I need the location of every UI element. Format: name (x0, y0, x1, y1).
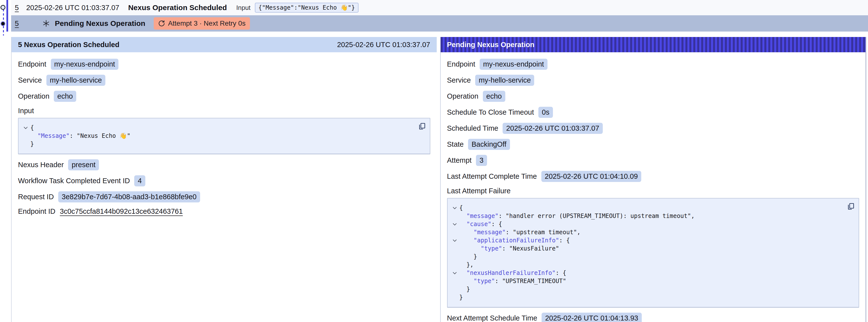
json-code-line: "cause": { (450, 220, 842, 228)
event-timestamp: 2025-02-26 UTC 01:03:37.07 (26, 4, 119, 12)
field-label: Input (18, 107, 430, 115)
collapse-chevron-icon[interactable] (450, 236, 459, 245)
event-detail-panel-title: 5 Nexus Operation Scheduled (18, 41, 119, 49)
detail-field: Last Attempt Failure{ "message": "handle… (447, 187, 859, 308)
field-value-badge: echo (483, 91, 505, 102)
field-value-badge: BackingOff (468, 139, 510, 150)
json-code-block: { "message": "handler error (UPSTREAM_TI… (447, 198, 859, 308)
code-gutter (450, 285, 459, 293)
field-label: Endpoint (18, 60, 46, 68)
json-text: : "handler error (UPSTREAM_TIMEOUT): ups… (498, 212, 694, 220)
pending-operation-panel-header: Pending Nexus Operation (441, 37, 866, 52)
json-text (459, 245, 481, 253)
collapse-chevron-icon[interactable] (450, 220, 459, 228)
json-text: } (459, 293, 463, 301)
field-value-badge: my-hello-service (46, 75, 105, 86)
detail-field: Servicemy-hello-service (18, 75, 430, 86)
json-key: "Message" (37, 132, 69, 140)
field-value-badge: my-hello-service (475, 75, 534, 86)
code-gutter (450, 212, 459, 220)
code-gutter (450, 293, 459, 301)
json-text (459, 220, 467, 228)
detail-field: StateBackingOff (447, 139, 859, 150)
detail-field: Last Attempt Complete Time2025-02-26 UTC… (447, 171, 859, 182)
json-text: : "upstream timeout", (505, 228, 580, 236)
json-text (459, 228, 474, 236)
timeline-active-bar (6, 0, 8, 32)
json-code-line: { (21, 124, 412, 132)
json-code-line: "message": "upstream timeout", (450, 228, 842, 236)
json-key: "message" (473, 228, 505, 236)
json-code-line: }, (450, 261, 842, 269)
json-text: : "NexusFailure" (502, 245, 559, 253)
event-row[interactable]: 5 2025-02-26 UTC 01:03:37.07 Nexus Opera… (11, 0, 868, 15)
event-marker-open-icon (0, 5, 5, 10)
json-key: "nexusHandlerFailureInfo" (466, 269, 555, 277)
json-code-line: "applicationFailureInfo": { (450, 236, 842, 245)
field-label: Last Attempt Complete Time (447, 172, 537, 181)
field-label: Schedule To Close Timeout (447, 108, 534, 117)
copy-icon[interactable] (418, 122, 426, 130)
json-text: : { (492, 220, 502, 228)
pending-id-link[interactable]: 5 (15, 20, 19, 28)
retry-status-badge: Attempt 3 · Next Retry 0s (154, 17, 250, 30)
json-code-line: } (450, 293, 842, 301)
json-text (459, 277, 474, 285)
detail-field: Endpointmy-nexus-endpoint (18, 59, 430, 70)
detail-field: Endpointmy-nexus-endpoint (447, 59, 859, 70)
json-key: "type" (480, 245, 502, 253)
code-gutter (21, 132, 30, 140)
json-code-line: "Message": "Nexus Echo 👋" (21, 132, 412, 140)
pending-title: Pending Nexus Operation (55, 19, 145, 28)
code-gutter (450, 277, 459, 285)
json-text: } (459, 285, 470, 293)
detail-field: Schedule To Close Timeout0s (447, 107, 859, 118)
event-id-link[interactable]: 5 (15, 4, 19, 12)
pending-operation-panel-title: Pending Nexus Operation (447, 41, 535, 49)
detail-field: Request ID3e829b7e-7d67-4b08-aad3-b1e868… (18, 191, 430, 202)
retry-icon (158, 20, 165, 27)
event-detail-panel-timestamp: 2025-02-26 UTC 01:03:37.07 (337, 41, 430, 49)
json-code-line: "type": "UPSTREAM_TIMEOUT" (450, 277, 842, 285)
field-label: Nexus Header (18, 161, 64, 169)
copy-icon[interactable] (847, 202, 855, 210)
json-code-line: } (450, 285, 842, 293)
detail-field: Nexus Headerpresent (18, 159, 430, 170)
field-value-badge: 2025-02-26 UTC 01:04:10.09 (541, 171, 641, 182)
field-label: State (447, 140, 464, 149)
json-text (459, 212, 467, 220)
field-value-badge: 3 (476, 155, 487, 166)
detail-field: Operationecho (447, 91, 859, 102)
json-text (30, 132, 37, 140)
json-code-line: } (450, 253, 842, 261)
event-detail-panel-header: 5 Nexus Operation Scheduled 2025-02-26 U… (11, 37, 437, 52)
json-key: "type" (473, 277, 495, 285)
code-gutter (450, 245, 459, 253)
detail-field: Scheduled Time2025-02-26 UTC 01:03:37.07 (447, 123, 859, 134)
detail-field: Next Attempt Schedule Time2025-02-26 UTC… (447, 313, 859, 322)
json-text: : { (559, 236, 570, 245)
collapse-chevron-icon[interactable] (21, 124, 30, 132)
field-label: Scheduled Time (447, 124, 498, 132)
pending-operation-panel: Pending Nexus Operation Endpointmy-nexus… (440, 37, 867, 322)
json-text: } (30, 140, 34, 148)
collapse-chevron-icon[interactable] (450, 269, 459, 277)
pending-operation-row[interactable]: 5 Pending Nexus Operation Attempt 3 · Ne… (11, 15, 868, 32)
field-value-badge: 3e829b7e-7d67-4b08-aad3-b1e868bfe9e0 (58, 191, 200, 202)
detail-field: Workflow Task Completed Event ID4 (18, 175, 430, 186)
field-value-link[interactable]: 3c0c75ccfa8144b092c13ce632463761 (60, 207, 183, 216)
code-gutter (21, 140, 30, 148)
json-code-block: { "Message": "Nexus Echo 👋"} (18, 118, 430, 154)
field-value-badge: 4 (134, 175, 145, 186)
json-text (459, 269, 467, 277)
field-value-badge: 2025-02-26 UTC 01:03:37.07 (503, 123, 602, 134)
event-title: Nexus Operation Scheduled (128, 3, 227, 12)
json-text: }, (459, 261, 474, 269)
json-key: "message" (466, 212, 498, 220)
detail-field: Operationecho (18, 91, 430, 102)
field-value-badge: 2025-02-26 UTC 01:04:13.93 (541, 313, 642, 322)
json-code-line: "type": "NexusFailure" (450, 245, 842, 253)
collapse-chevron-icon[interactable] (450, 204, 459, 212)
field-label: Operation (18, 92, 49, 100)
field-label: Next Attempt Schedule Time (447, 314, 537, 322)
